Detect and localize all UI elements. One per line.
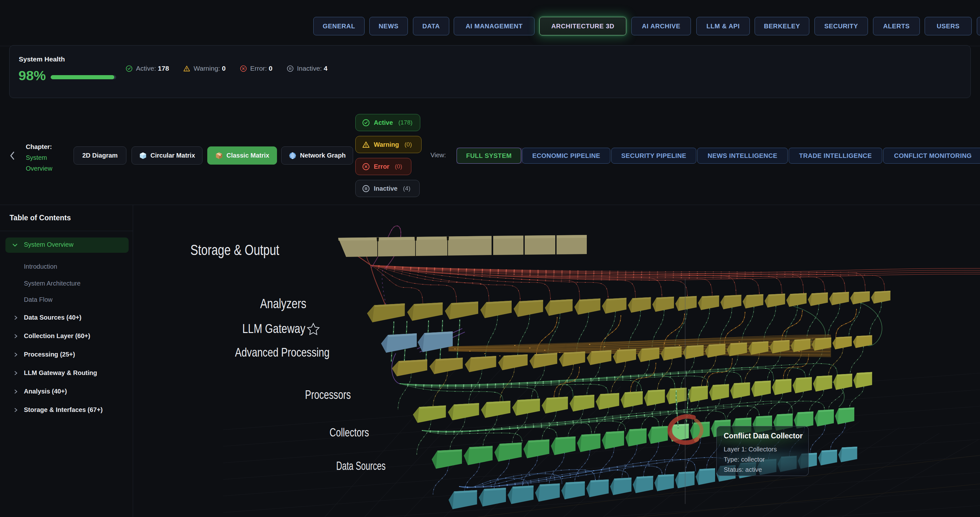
svg-text:Data Sources: Data Sources — [336, 460, 385, 472]
svg-text:Advanced Processing: Advanced Processing — [235, 345, 329, 359]
svg-text:Storage & Output: Storage & Output — [190, 242, 279, 258]
svg-text:Processors: Processors — [305, 388, 351, 401]
svg-text:Analyzers: Analyzers — [260, 296, 306, 311]
svg-text:Collectors: Collectors — [329, 426, 369, 439]
svg-text:LLM Gateway: LLM Gateway — [242, 321, 305, 336]
